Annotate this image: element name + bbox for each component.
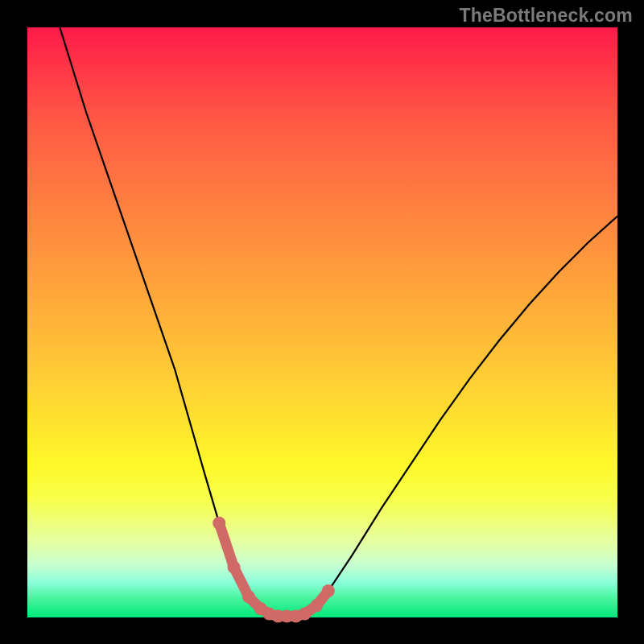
watermark-text: TheBottleneck.com: [459, 5, 633, 27]
threshold-marker: [310, 599, 323, 612]
threshold-marker: [213, 517, 225, 530]
bottleneck-curve: [60, 27, 617, 617]
threshold-markers: [213, 517, 335, 623]
threshold-marker: [322, 584, 335, 597]
threshold-marker: [228, 561, 241, 574]
threshold-marker: [299, 608, 312, 621]
outer-frame: TheBottleneck.com: [0, 0, 644, 644]
plot-area: [27, 27, 617, 617]
chart-svg: [27, 27, 617, 617]
threshold-marker: [242, 590, 255, 603]
